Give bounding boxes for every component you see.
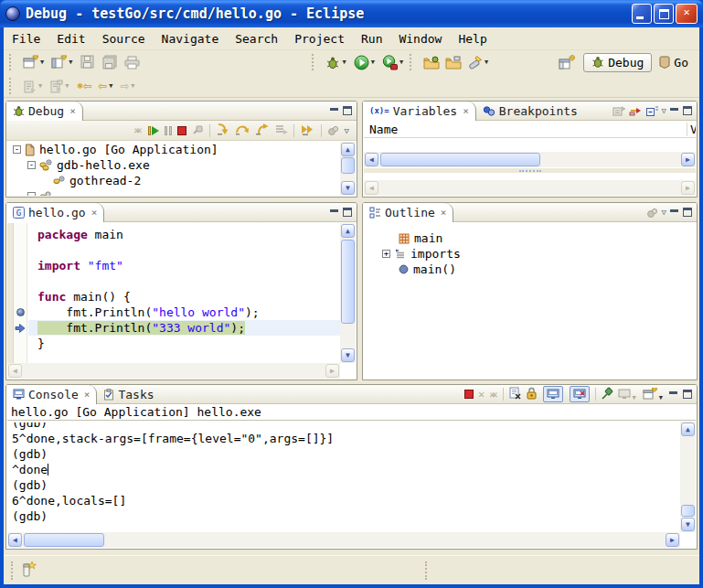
perspective-debug-button[interactable]: Debug bbox=[583, 53, 652, 72]
display-selected-console-icon[interactable]: ▼ bbox=[618, 386, 638, 403]
maximize-button[interactable] bbox=[654, 4, 674, 24]
variables-hscrollbar[interactable]: ◀ ▶ bbox=[364, 152, 696, 167]
suspend-icon[interactable] bbox=[165, 126, 172, 135]
maximize-view-button[interactable] bbox=[683, 390, 692, 399]
dropdown-icon[interactable]: ▼ bbox=[342, 59, 346, 66]
outline-row-main-package[interactable]: main bbox=[364, 230, 696, 246]
show-logical-structure-icon[interactable] bbox=[629, 102, 642, 120]
debug-tree-row-process[interactable]: - gdb-hello.exe bbox=[7, 157, 340, 173]
dropdown-icon[interactable]: ▼ bbox=[65, 82, 69, 90]
console-vscrollbar[interactable]: ▲ ▼ bbox=[680, 422, 696, 532]
menu-search[interactable]: Search bbox=[227, 29, 286, 48]
debug-tree-row-thread[interactable]: gothread-2 bbox=[7, 173, 340, 188]
menu-file[interactable]: File bbox=[4, 29, 48, 48]
console-hscrollbar[interactable]: ◀ ▶ bbox=[7, 532, 680, 548]
step-into-icon[interactable] bbox=[216, 122, 229, 139]
maximize-view-button[interactable] bbox=[343, 208, 352, 217]
menu-edit[interactable]: Edit bbox=[48, 29, 93, 48]
dropdown-icon[interactable]: ▼ bbox=[399, 59, 403, 66]
print-button[interactable] bbox=[122, 52, 142, 72]
console-text-area[interactable]: (gdb) 5^done,stack-args=[frame={level="0… bbox=[7, 422, 680, 532]
dropdown-icon[interactable]: ▼ bbox=[40, 59, 44, 66]
scroll-up-icon[interactable]: ▲ bbox=[341, 224, 355, 238]
dropdown-icon[interactable]: ▼ bbox=[69, 59, 72, 66]
back-button[interactable]: ⇦▼ bbox=[96, 76, 116, 96]
open-console-icon[interactable]: ▼ bbox=[643, 386, 665, 403]
column-header-value[interactable]: V bbox=[687, 123, 696, 136]
debug-view-extra-icon[interactable] bbox=[327, 122, 339, 139]
open-perspective-button[interactable] bbox=[557, 52, 577, 72]
tab-debug[interactable]: Debug × bbox=[6, 102, 83, 121]
title-bar[interactable]: Debug - testGo/src/cmd/hello.go - Eclips… bbox=[0, 0, 703, 27]
scroll-right-icon[interactable]: ▶ bbox=[681, 153, 695, 166]
scroll-thumb[interactable] bbox=[341, 240, 355, 324]
tab-outline[interactable]: Outline × bbox=[363, 203, 453, 222]
debug-tree-row-launch[interactable]: - hello.go [Go Application] bbox=[7, 142, 340, 157]
scroll-right-icon[interactable]: ▶ bbox=[666, 533, 679, 547]
scroll-thumb[interactable] bbox=[681, 505, 695, 517]
minimize-view-button[interactable] bbox=[670, 107, 679, 115]
dropdown-icon[interactable]: ▼ bbox=[371, 59, 375, 66]
close-icon[interactable]: × bbox=[441, 207, 447, 219]
dropdown-icon[interactable]: ▼ bbox=[485, 59, 488, 66]
scroll-thumb[interactable] bbox=[341, 157, 355, 174]
toolbar-handle[interactable] bbox=[9, 54, 16, 70]
breakpoint-icon[interactable] bbox=[16, 308, 25, 316]
remove-launch-icon[interactable]: ✕ bbox=[478, 388, 485, 401]
show-console-stderr-icon[interactable] bbox=[570, 386, 590, 402]
scroll-thumb[interactable] bbox=[24, 533, 104, 547]
tab-tasks[interactable]: Tasks bbox=[97, 385, 160, 404]
terminate-icon[interactable] bbox=[177, 126, 186, 135]
debug-launch-button[interactable]: ▼ bbox=[324, 52, 349, 72]
scroll-thumb[interactable] bbox=[380, 153, 540, 166]
menu-project[interactable]: Project bbox=[286, 29, 353, 48]
editor-hscrollbar[interactable]: ◀ ▶ bbox=[7, 363, 340, 379]
collapse-all-icon[interactable] bbox=[645, 102, 658, 120]
close-icon[interactable]: × bbox=[463, 105, 469, 117]
terminate-icon[interactable] bbox=[464, 390, 474, 399]
debug-tree-row-partial[interactable]: - bbox=[7, 188, 340, 196]
use-step-filters-icon[interactable] bbox=[300, 122, 315, 139]
show-type-names-icon[interactable] bbox=[612, 102, 625, 120]
variables-table-body[interactable] bbox=[364, 138, 696, 152]
tab-variables[interactable]: (x)= Variables × bbox=[363, 102, 476, 121]
menu-source[interactable]: Source bbox=[94, 29, 154, 48]
toolbar-handle[interactable] bbox=[410, 54, 416, 70]
toolbar-handle[interactable] bbox=[9, 78, 16, 94]
menu-navigate[interactable]: Navigate bbox=[154, 29, 228, 48]
scroll-up-icon[interactable]: ▲ bbox=[341, 143, 355, 156]
detail-hscrollbar[interactable]: ◀ ▶ bbox=[364, 180, 696, 196]
new-wizard-button[interactable]: ▼ bbox=[21, 52, 48, 72]
editor-annotation-gutter[interactable] bbox=[14, 223, 27, 363]
menu-window[interactable]: Window bbox=[390, 29, 450, 48]
view-menu-icon[interactable]: ▽ bbox=[345, 126, 349, 135]
minimize-button[interactable] bbox=[632, 4, 652, 24]
close-icon[interactable]: × bbox=[69, 105, 76, 117]
run-last-tool-button[interactable]: ▼ bbox=[21, 76, 46, 96]
maximize-view-button[interactable] bbox=[683, 208, 692, 217]
scroll-up-icon[interactable]: ▲ bbox=[681, 422, 695, 436]
scroll-lock-icon[interactable] bbox=[526, 386, 538, 403]
minimize-view-button[interactable] bbox=[330, 107, 339, 115]
save-button[interactable] bbox=[78, 52, 98, 72]
instruction-stepping-icon[interactable] bbox=[274, 122, 288, 139]
scroll-left-icon[interactable]: ◀ bbox=[365, 153, 378, 166]
save-all-button[interactable] bbox=[100, 52, 120, 72]
scroll-down-icon[interactable]: ▼ bbox=[681, 518, 695, 531]
variables-detail-pane[interactable] bbox=[364, 173, 696, 180]
expander-collapse-icon[interactable]: - bbox=[13, 145, 21, 154]
maximize-view-button[interactable] bbox=[343, 106, 352, 115]
view-menu-icon[interactable]: ▽ bbox=[662, 106, 666, 115]
tab-hello-go[interactable]: G hello.go × bbox=[6, 203, 104, 222]
view-menu-icon[interactable]: ▽ bbox=[662, 208, 666, 217]
scroll-right-icon[interactable]: ▶ bbox=[325, 364, 339, 378]
scroll-right-icon[interactable]: ▶ bbox=[681, 181, 695, 195]
editor-vscrollbar[interactable]: ▲ ▼ bbox=[340, 223, 356, 363]
last-edit-location-button[interactable]: ✱⇦ bbox=[74, 76, 94, 96]
fast-view-icon[interactable] bbox=[22, 561, 37, 581]
minimize-view-button[interactable] bbox=[670, 208, 679, 217]
tab-console[interactable]: Console × bbox=[6, 385, 97, 404]
forward-button[interactable]: ⇨▼ bbox=[118, 76, 138, 96]
external-tools-button[interactable]: ▼ bbox=[380, 52, 407, 72]
editor-overview-ruler[interactable] bbox=[7, 223, 14, 363]
